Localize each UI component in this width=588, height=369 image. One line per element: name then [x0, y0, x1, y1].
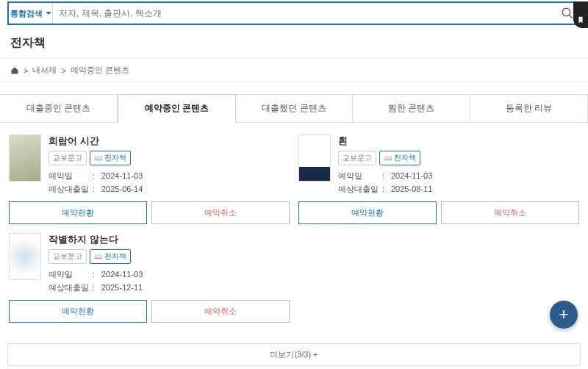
tabs: 대출중인 콘텐츠 예약중인 콘텐츠 대출했던 콘텐츠 찜한 콘텐츠 등록한 리뷰 [0, 94, 588, 123]
cancel-button[interactable]: 예약취소 [151, 300, 290, 323]
book-card: 희랍어 시간 교보문고 전자책 예약일:2024-11-03 예상대출일:202… [4, 130, 294, 229]
reserve-date-label: 예약일 [49, 268, 93, 282]
tab-reviews[interactable]: 등록한 리뷰 [470, 94, 588, 122]
plus-icon: + [559, 305, 569, 324]
reserve-date-value: 2024-11-03 [101, 268, 143, 282]
book-card: 작별하지 않는다 교보문고 전자책 예약일:2024-11-03 예상대출일:2… [4, 229, 294, 327]
breadcrumb-sep: > [24, 66, 28, 75]
tab-wishlist[interactable]: 찜한 콘텐츠 [353, 94, 470, 122]
publisher-badge: 교보문고 [49, 249, 87, 264]
publisher-badge: 교보문고 [338, 151, 376, 165]
status-button[interactable]: 예약현황 [9, 201, 147, 224]
svg-point-0 [562, 8, 570, 16]
expected-date-label: 예상대출일 [338, 183, 382, 196]
status-button[interactable]: 예약현황 [9, 300, 147, 323]
book-cover[interactable] [9, 233, 41, 280]
reserve-date-value: 2024-11-03 [391, 170, 432, 183]
expected-date-value: 2025-06-14 [101, 183, 143, 196]
tab-borrowed[interactable]: 대출중인 콘텐츠 [0, 94, 118, 122]
search-input[interactable] [53, 3, 556, 24]
book-card: 흰 교보문고 전자책 예약일:2024-11-03 예상대출일:2025-08-… [294, 130, 584, 229]
book-title[interactable]: 희랍어 시간 [49, 135, 290, 148]
cancel-button[interactable]: 예약취소 [441, 201, 579, 224]
book-list: 희랍어 시간 교보문고 전자책 예약일:2024-11-03 예상대출일:202… [0, 123, 588, 327]
page-title: 전자책 [0, 29, 588, 58]
expected-date-label: 예상대출일 [49, 282, 93, 295]
format-badge: 전자책 [90, 249, 131, 264]
status-button[interactable]: 예약현황 [298, 201, 437, 224]
tab-history[interactable]: 대출했던 콘텐츠 [236, 94, 354, 122]
load-more-button[interactable]: 더보기(3/3) + [7, 343, 581, 366]
breadcrumb-sep: > [61, 66, 65, 75]
breadcrumb-current: 예약중인 콘텐츠 [71, 65, 129, 76]
search-icon [561, 7, 574, 20]
search-bar: 통합검색 [7, 1, 581, 25]
svg-line-1 [569, 15, 573, 18]
reserve-date-label: 예약일 [338, 170, 382, 183]
bookmark-icon [577, 16, 584, 24]
tab-reserved[interactable]: 예약중인 콘텐츠 [118, 94, 236, 123]
expected-date-value: 2025-08-11 [391, 183, 432, 196]
home-icon[interactable] [10, 66, 19, 75]
search-type-select[interactable]: 통합검색 [9, 3, 53, 24]
reserve-date-value: 2024-11-03 [101, 170, 143, 183]
book-cover[interactable] [9, 135, 41, 182]
book-title[interactable]: 작별하지 않는다 [49, 233, 290, 246]
bookmark-tab[interactable] [573, 1, 588, 28]
book-cover[interactable] [298, 135, 331, 182]
publisher-badge: 교보문고 [49, 151, 87, 165]
expected-date-value: 2025-12-11 [101, 282, 143, 295]
format-badge: 전자책 [90, 151, 131, 165]
breadcrumb: > 내서재 > 예약중인 콘텐츠 [0, 58, 588, 82]
cancel-button[interactable]: 예약취소 [151, 201, 290, 224]
reserve-date-label: 예약일 [49, 170, 93, 183]
format-badge: 전자책 [379, 151, 420, 165]
book-title[interactable]: 흰 [338, 135, 579, 148]
breadcrumb-lib[interactable]: 내서재 [32, 65, 57, 76]
expected-date-label: 예상대출일 [49, 183, 93, 196]
search-type-label: 통합검색 [10, 8, 43, 19]
